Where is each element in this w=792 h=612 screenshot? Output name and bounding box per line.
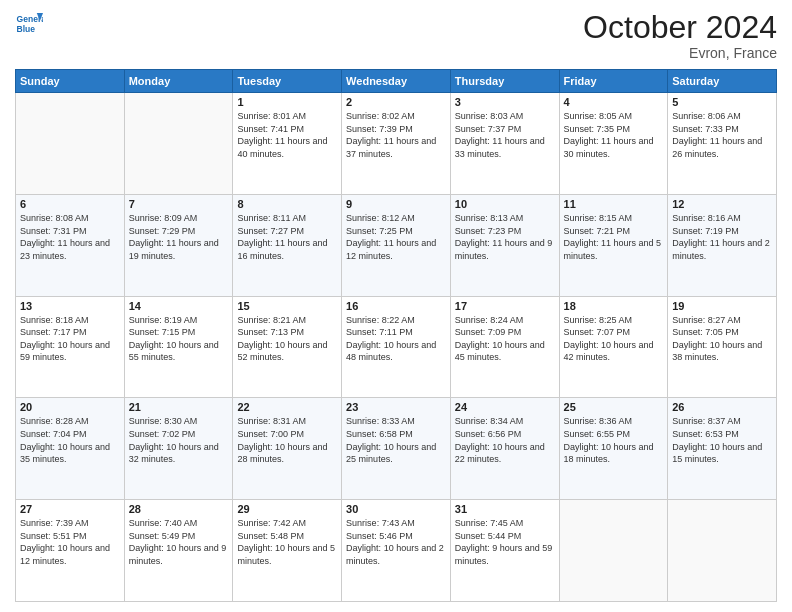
day-info: Sunrise: 8:27 AM Sunset: 7:05 PM Dayligh… — [672, 314, 772, 364]
day-info: Sunrise: 8:34 AM Sunset: 6:56 PM Dayligh… — [455, 415, 555, 465]
daylight-text: Daylight: 10 hours and 38 minutes. — [672, 340, 762, 363]
daylight-text: Daylight: 10 hours and 5 minutes. — [237, 543, 335, 566]
sunset-text: Sunset: 7:19 PM — [672, 226, 739, 236]
header-tuesday: Tuesday — [233, 70, 342, 93]
day-number: 31 — [455, 503, 555, 515]
daylight-text: Daylight: 10 hours and 59 minutes. — [20, 340, 110, 363]
sunrise-text: Sunrise: 8:31 AM — [237, 416, 306, 426]
sunset-text: Sunset: 7:37 PM — [455, 124, 522, 134]
day-number: 22 — [237, 401, 337, 413]
sunset-text: Sunset: 5:46 PM — [346, 531, 413, 541]
header: General Blue General Blue October 2024 E… — [15, 10, 777, 61]
table-row: 23 Sunrise: 8:33 AM Sunset: 6:58 PM Dayl… — [342, 398, 451, 500]
day-info: Sunrise: 7:43 AM Sunset: 5:46 PM Dayligh… — [346, 517, 446, 567]
day-info: Sunrise: 8:28 AM Sunset: 7:04 PM Dayligh… — [20, 415, 120, 465]
table-row: 4 Sunrise: 8:05 AM Sunset: 7:35 PM Dayli… — [559, 93, 668, 195]
sunset-text: Sunset: 7:29 PM — [129, 226, 196, 236]
day-number: 18 — [564, 300, 664, 312]
daylight-text: Daylight: 11 hours and 37 minutes. — [346, 136, 436, 159]
daylight-text: Daylight: 11 hours and 19 minutes. — [129, 238, 219, 261]
sunset-text: Sunset: 5:51 PM — [20, 531, 87, 541]
table-row: 25 Sunrise: 8:36 AM Sunset: 6:55 PM Dayl… — [559, 398, 668, 500]
table-row: 19 Sunrise: 8:27 AM Sunset: 7:05 PM Dayl… — [668, 296, 777, 398]
table-row: 8 Sunrise: 8:11 AM Sunset: 7:27 PM Dayli… — [233, 194, 342, 296]
day-number: 8 — [237, 198, 337, 210]
sunrise-text: Sunrise: 8:03 AM — [455, 111, 524, 121]
sunset-text: Sunset: 7:09 PM — [455, 327, 522, 337]
sunset-text: Sunset: 7:11 PM — [346, 327, 413, 337]
day-number: 15 — [237, 300, 337, 312]
table-row: 15 Sunrise: 8:21 AM Sunset: 7:13 PM Dayl… — [233, 296, 342, 398]
day-info: Sunrise: 8:05 AM Sunset: 7:35 PM Dayligh… — [564, 110, 664, 160]
day-number: 10 — [455, 198, 555, 210]
table-row: 9 Sunrise: 8:12 AM Sunset: 7:25 PM Dayli… — [342, 194, 451, 296]
day-info: Sunrise: 8:01 AM Sunset: 7:41 PM Dayligh… — [237, 110, 337, 160]
sunrise-text: Sunrise: 8:18 AM — [20, 315, 89, 325]
sunrise-text: Sunrise: 8:16 AM — [672, 213, 741, 223]
day-number: 1 — [237, 96, 337, 108]
daylight-text: Daylight: 10 hours and 22 minutes. — [455, 442, 545, 465]
day-number: 28 — [129, 503, 229, 515]
sunrise-text: Sunrise: 8:06 AM — [672, 111, 741, 121]
calendar-header-row: Sunday Monday Tuesday Wednesday Thursday… — [16, 70, 777, 93]
sunset-text: Sunset: 7:05 PM — [672, 327, 739, 337]
day-info: Sunrise: 8:15 AM Sunset: 7:21 PM Dayligh… — [564, 212, 664, 262]
sunset-text: Sunset: 6:55 PM — [564, 429, 631, 439]
table-row: 5 Sunrise: 8:06 AM Sunset: 7:33 PM Dayli… — [668, 93, 777, 195]
sunset-text: Sunset: 5:48 PM — [237, 531, 304, 541]
sunrise-text: Sunrise: 8:34 AM — [455, 416, 524, 426]
day-number: 24 — [455, 401, 555, 413]
sunrise-text: Sunrise: 8:19 AM — [129, 315, 198, 325]
day-info: Sunrise: 8:06 AM Sunset: 7:33 PM Dayligh… — [672, 110, 772, 160]
calendar-week-row: 13 Sunrise: 8:18 AM Sunset: 7:17 PM Dayl… — [16, 296, 777, 398]
header-friday: Friday — [559, 70, 668, 93]
day-number: 2 — [346, 96, 446, 108]
day-number: 19 — [672, 300, 772, 312]
location: Evron, France — [583, 45, 777, 61]
sunrise-text: Sunrise: 7:39 AM — [20, 518, 89, 528]
table-row — [668, 500, 777, 602]
day-info: Sunrise: 8:31 AM Sunset: 7:00 PM Dayligh… — [237, 415, 337, 465]
sunset-text: Sunset: 6:53 PM — [672, 429, 739, 439]
sunrise-text: Sunrise: 8:22 AM — [346, 315, 415, 325]
day-info: Sunrise: 8:09 AM Sunset: 7:29 PM Dayligh… — [129, 212, 229, 262]
calendar-week-row: 20 Sunrise: 8:28 AM Sunset: 7:04 PM Dayl… — [16, 398, 777, 500]
daylight-text: Daylight: 10 hours and 28 minutes. — [237, 442, 327, 465]
daylight-text: Daylight: 10 hours and 45 minutes. — [455, 340, 545, 363]
table-row — [124, 93, 233, 195]
logo-icon: General Blue — [15, 10, 43, 38]
sunrise-text: Sunrise: 8:24 AM — [455, 315, 524, 325]
day-number: 29 — [237, 503, 337, 515]
day-info: Sunrise: 8:25 AM Sunset: 7:07 PM Dayligh… — [564, 314, 664, 364]
sunset-text: Sunset: 7:31 PM — [20, 226, 87, 236]
sunrise-text: Sunrise: 8:15 AM — [564, 213, 633, 223]
table-row: 6 Sunrise: 8:08 AM Sunset: 7:31 PM Dayli… — [16, 194, 125, 296]
daylight-text: Daylight: 10 hours and 2 minutes. — [346, 543, 444, 566]
month-title: October 2024 — [583, 10, 777, 45]
daylight-text: Daylight: 9 hours and 59 minutes. — [455, 543, 553, 566]
daylight-text: Daylight: 10 hours and 55 minutes. — [129, 340, 219, 363]
table-row: 11 Sunrise: 8:15 AM Sunset: 7:21 PM Dayl… — [559, 194, 668, 296]
daylight-text: Daylight: 11 hours and 9 minutes. — [455, 238, 553, 261]
sunrise-text: Sunrise: 8:11 AM — [237, 213, 306, 223]
day-number: 14 — [129, 300, 229, 312]
day-number: 6 — [20, 198, 120, 210]
header-sunday: Sunday — [16, 70, 125, 93]
day-info: Sunrise: 8:18 AM Sunset: 7:17 PM Dayligh… — [20, 314, 120, 364]
daylight-text: Daylight: 11 hours and 30 minutes. — [564, 136, 654, 159]
daylight-text: Daylight: 11 hours and 2 minutes. — [672, 238, 770, 261]
sunrise-text: Sunrise: 8:37 AM — [672, 416, 741, 426]
sunset-text: Sunset: 7:27 PM — [237, 226, 304, 236]
table-row: 29 Sunrise: 7:42 AM Sunset: 5:48 PM Dayl… — [233, 500, 342, 602]
sunrise-text: Sunrise: 8:12 AM — [346, 213, 415, 223]
sunset-text: Sunset: 7:04 PM — [20, 429, 87, 439]
sunset-text: Sunset: 7:00 PM — [237, 429, 304, 439]
table-row: 18 Sunrise: 8:25 AM Sunset: 7:07 PM Dayl… — [559, 296, 668, 398]
sunrise-text: Sunrise: 8:27 AM — [672, 315, 741, 325]
sunrise-text: Sunrise: 7:40 AM — [129, 518, 198, 528]
day-number: 20 — [20, 401, 120, 413]
day-number: 9 — [346, 198, 446, 210]
daylight-text: Daylight: 10 hours and 15 minutes. — [672, 442, 762, 465]
sunset-text: Sunset: 7:02 PM — [129, 429, 196, 439]
day-info: Sunrise: 8:33 AM Sunset: 6:58 PM Dayligh… — [346, 415, 446, 465]
